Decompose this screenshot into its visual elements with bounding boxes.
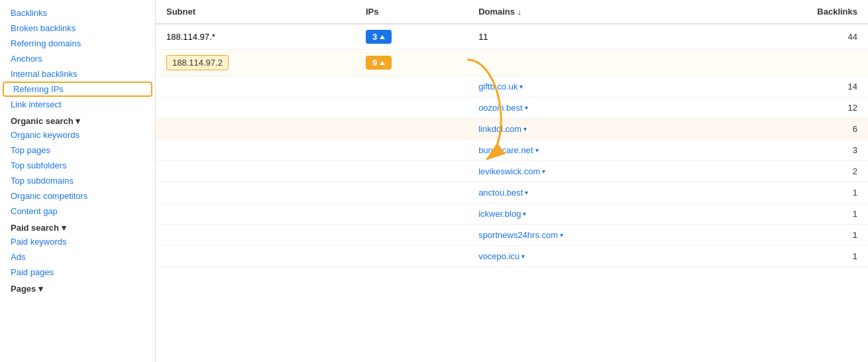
domain-ips-cell [355, 76, 468, 97]
domain-backlinks: 14 [721, 76, 868, 97]
domain-cell[interactable]: levikeswick.com ▾ [468, 161, 721, 182]
table-header-row: Subnet IPs Domains ↓ Backlinks [156, 0, 868, 24]
domain-subnet-cell [156, 225, 355, 246]
domain-ips-cell [355, 204, 468, 225]
domain-subnet-cell [156, 119, 355, 140]
dropdown-icon: ▾ [535, 147, 539, 154]
sidebar-item-ads[interactable]: Ads [0, 249, 155, 265]
domain-link-sportnews[interactable]: sportnews24hrs.com ▾ [478, 230, 563, 240]
domain-subnet-cell [156, 246, 355, 267]
domain-link-giftb[interactable]: giftb.co.uk ▾ [478, 82, 523, 91]
domain-link-ickwer[interactable]: ickwer.blog ▾ [478, 209, 526, 219]
dropdown-icon: ▾ [523, 125, 527, 133]
domain-backlinks: 12 [721, 97, 868, 119]
domains-cell: 11 [468, 24, 721, 50]
sidebar-item-top-subdomains[interactable]: Top subdomains [0, 173, 155, 188]
dropdown-icon: ▾ [521, 253, 525, 260]
subnet-row: 188.114.97.* 3 11 44 [156, 24, 868, 50]
domain-subnet-cell [156, 76, 355, 97]
sidebar-section-pages[interactable]: Pages ▾ [0, 280, 155, 295]
dropdown-icon: ▾ [525, 104, 528, 111]
domain-ips-cell [355, 140, 468, 161]
sidebar: Backlinks Broken backlinks Referring dom… [0, 0, 156, 362]
domain-ips-cell [355, 246, 468, 267]
sidebar-section-organic-search[interactable]: Organic search ▾ [0, 112, 155, 127]
domain-row-ickwer: ickwer.blog ▾ 1 [156, 204, 868, 225]
domain-row-levikeswick: levikeswick.com ▾ 2 [156, 161, 868, 182]
domain-row-linkddl: linkddl.com ▾ 6 [156, 119, 868, 140]
backlinks-cell: 44 [721, 24, 868, 50]
sidebar-item-backlinks[interactable]: Backlinks [0, 5, 155, 21]
domain-cell[interactable]: ickwer.blog ▾ [468, 204, 721, 225]
main-content: Subnet IPs Domains ↓ Backlinks 188.114.9… [156, 0, 868, 362]
sidebar-item-paid-keywords[interactable]: Paid keywords [0, 234, 155, 249]
sidebar-item-organic-competitors[interactable]: Organic competitors [0, 188, 155, 204]
sidebar-item-content-gap[interactable]: Content gap [0, 204, 155, 219]
sidebar-item-top-subfolders[interactable]: Top subfolders [0, 158, 155, 173]
domain-subnet-cell [156, 182, 355, 204]
sidebar-item-link-intersect[interactable]: Link intersect [0, 97, 155, 112]
dropdown-icon: ▾ [542, 168, 545, 175]
sidebar-item-broken-backlinks[interactable]: Broken backlinks [0, 21, 155, 36]
domain-backlinks: 1 [721, 204, 868, 225]
col-header-ips: IPs [355, 0, 468, 24]
ips-badge-blue[interactable]: 3 [366, 30, 392, 44]
domain-row-oozoin: oozoin.best ▾ 12 [156, 97, 868, 119]
ip-row: 188.114.97.2 9 [156, 50, 868, 76]
domain-ips-cell [355, 97, 468, 119]
triangle-up-icon-orange [380, 61, 385, 65]
domain-backlinks: 1 [721, 246, 868, 267]
domain-subnet-cell [156, 161, 355, 182]
domain-subnet-cell [156, 97, 355, 119]
domain-cell[interactable]: bunnycare.net ▾ [468, 140, 721, 161]
domain-cell[interactable]: linkddl.com ▾ [468, 119, 721, 140]
domain-link-linkddl[interactable]: linkddl.com ▾ [478, 124, 527, 134]
domain-cell[interactable]: oozoin.best ▾ [468, 97, 721, 119]
sidebar-section-paid-search[interactable]: Paid search ▾ [0, 219, 155, 234]
domain-backlinks: 1 [721, 225, 868, 246]
dropdown-icon: ▾ [525, 189, 528, 196]
ip-address-highlight: 188.114.97.2 [166, 55, 229, 70]
ip-highlight-cell: 188.114.97.2 [156, 50, 355, 76]
domain-ips-cell [355, 182, 468, 204]
domain-subnet-cell [156, 204, 355, 225]
col-header-domains: Domains ↓ [468, 0, 721, 24]
domain-backlinks: 2 [721, 161, 868, 182]
ip-backlinks-cell [721, 50, 868, 76]
domain-link-bunnycare[interactable]: bunnycare.net ▾ [478, 145, 538, 155]
domain-row-sportnews: sportnews24hrs.com ▾ 1 [156, 225, 868, 246]
domain-ips-cell [355, 119, 468, 140]
ip-badge-cell[interactable]: 9 [355, 50, 468, 76]
domain-ips-cell [355, 161, 468, 182]
sidebar-item-paid-pages[interactable]: Paid pages [0, 265, 155, 280]
sidebar-item-referring-ips[interactable]: Referring IPs [3, 82, 152, 97]
domain-link-oozoin[interactable]: oozoin.best ▾ [478, 103, 528, 113]
ips-badge-cell[interactable]: 3 [355, 24, 468, 50]
domain-cell[interactable]: vocepo.icu ▾ [468, 246, 721, 267]
dropdown-icon: ▾ [519, 83, 523, 90]
domain-cell[interactable]: anctou.best ▾ [468, 182, 721, 204]
sidebar-item-organic-keywords[interactable]: Organic keywords [0, 127, 155, 143]
dropdown-icon: ▾ [560, 231, 563, 239]
domain-cell[interactable]: sportnews24hrs.com ▾ [468, 225, 721, 246]
data-table: Subnet IPs Domains ↓ Backlinks 188.114.9… [156, 0, 868, 267]
ip-domains-cell [468, 50, 721, 76]
domain-backlinks: 6 [721, 119, 868, 140]
domain-backlinks: 3 [721, 140, 868, 161]
sidebar-item-internal-backlinks[interactable]: Internal backlinks [0, 66, 155, 82]
domain-link-vocepo[interactable]: vocepo.icu ▾ [478, 251, 525, 261]
domain-row-anctou: anctou.best ▾ 1 [156, 182, 868, 204]
domain-link-anctou[interactable]: anctou.best ▾ [478, 188, 528, 198]
subnet-cell: 188.114.97.* [156, 24, 355, 50]
sidebar-item-top-pages[interactable]: Top pages [0, 143, 155, 158]
col-header-backlinks: Backlinks [721, 0, 868, 24]
domain-subnet-cell [156, 140, 355, 161]
domain-link-levikeswick[interactable]: levikeswick.com ▾ [478, 166, 545, 176]
domain-row-bunnycare: bunnycare.net ▾ 3 [156, 140, 868, 161]
sidebar-item-referring-domains[interactable]: Referring domains [0, 36, 155, 51]
domain-cell[interactable]: giftb.co.uk ▾ [468, 76, 721, 97]
domain-ips-cell [355, 225, 468, 246]
ips-badge-orange[interactable]: 9 [366, 56, 392, 70]
domain-backlinks: 1 [721, 182, 868, 204]
sidebar-item-anchors[interactable]: Anchors [0, 51, 155, 66]
